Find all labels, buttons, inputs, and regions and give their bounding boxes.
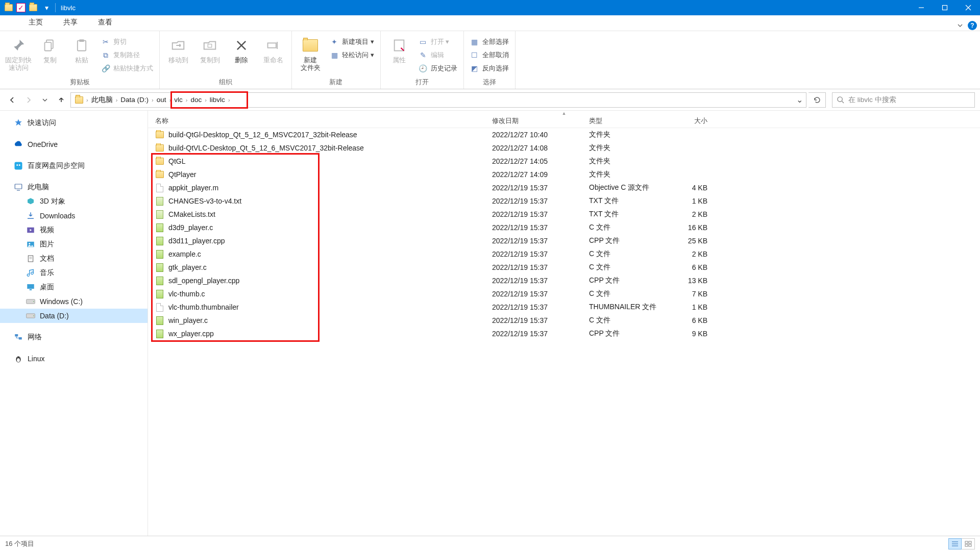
file-row[interactable]: appkit_player.m2022/12/19 15:37Objective… xyxy=(148,181,980,194)
breadcrumb[interactable]: doc xyxy=(189,93,203,107)
newfolder-button[interactable]: 新建 文件夹 xyxy=(295,33,326,72)
tree-node[interactable]: OneDrive xyxy=(0,137,148,152)
file-row[interactable]: wx_player.cpp2022/12/19 15:37CPP 文件9 KB xyxy=(148,327,980,340)
file-row[interactable]: build-QtGl-Desktop_Qt_5_12_6_MSVC2017_32… xyxy=(148,128,980,141)
ribbon: 固定到快 速访问 复制 粘贴 ✂剪切 ⧉复制路径 🔗粘贴快捷方式 剪贴板 xyxy=(0,31,980,89)
tree-node[interactable]: 桌面 xyxy=(0,280,148,294)
file-size: 2 KB xyxy=(664,210,720,218)
nav-back-button[interactable] xyxy=(5,93,19,107)
cut-button[interactable]: ✂剪切 xyxy=(98,35,156,48)
file-name: appkit_player.m xyxy=(168,184,218,192)
refresh-button[interactable] xyxy=(808,92,826,108)
file-row[interactable]: build-QtVLC-Desktop_Qt_5_12_6_MSVC2017_3… xyxy=(148,141,980,155)
tree-node[interactable]: 此电脑 xyxy=(0,180,148,194)
tree-node[interactable]: 快速访问 xyxy=(0,116,148,130)
file-row[interactable]: CMakeLists.txt2022/12/19 15:37TXT 文件2 KB xyxy=(148,208,980,221)
breadcrumb[interactable]: 此电脑 xyxy=(90,93,114,107)
minimize-button[interactable] xyxy=(910,0,933,15)
open-button[interactable]: ▭打开 ▾ xyxy=(415,35,460,48)
search-input[interactable]: 在 libvlc 中搜索 xyxy=(832,92,975,108)
tree-node[interactable]: 图片 xyxy=(0,237,148,252)
rename-button[interactable]: 重命名 xyxy=(258,33,288,64)
pasteshortcut-button[interactable]: 🔗粘贴快捷方式 xyxy=(98,62,156,75)
view-thumbnails-button[interactable] xyxy=(962,538,975,549)
copyto-icon xyxy=(201,36,219,55)
tree-node[interactable]: Downloads xyxy=(0,209,148,223)
file-row[interactable]: gtk_player.c2022/12/19 15:37C 文件6 KB xyxy=(148,261,980,274)
tree-node[interactable]: Linux xyxy=(0,352,148,366)
view-details-button[interactable] xyxy=(948,538,962,549)
tree-node[interactable]: 百度网盘同步空间 xyxy=(0,159,148,173)
tree-node[interactable]: 文档 xyxy=(0,252,148,266)
nav-forward-button[interactable] xyxy=(21,93,36,107)
group-clipboard-label: 剪贴板 xyxy=(70,77,90,89)
file-date: 2022/12/19 15:37 xyxy=(485,303,582,311)
col-size[interactable]: 大小 xyxy=(664,116,720,126)
svg-point-23 xyxy=(29,243,30,244)
breadcrumb[interactable]: out xyxy=(156,93,167,107)
file-row[interactable]: example.c2022/12/19 15:37C 文件2 KB xyxy=(148,247,980,261)
qat-checkbox-icon[interactable]: ✓ xyxy=(16,3,26,12)
svg-rect-19 xyxy=(15,184,22,189)
col-name[interactable]: 名称 xyxy=(148,116,485,126)
file-row[interactable]: sdl_opengl_player.cpp2022/12/19 15:37CPP… xyxy=(148,274,980,287)
svg-point-38 xyxy=(19,358,20,359)
tree-node[interactable]: Data (D:) xyxy=(0,309,148,323)
breadcrumb[interactable]: libvlc xyxy=(209,93,226,107)
edit-button[interactable]: ✎编辑 xyxy=(415,48,460,62)
tree-node[interactable]: 视频 xyxy=(0,223,148,237)
invertsel-button[interactable]: ◩反向选择 xyxy=(467,62,512,75)
file-date: 2022/12/27 14:09 xyxy=(485,170,582,179)
properties-button[interactable]: 属性 xyxy=(384,33,414,64)
ribbon-collapse-icon[interactable] xyxy=(957,22,964,29)
tab-view[interactable]: 查看 xyxy=(88,16,122,30)
help-icon[interactable]: ? xyxy=(968,21,977,30)
history-button[interactable]: 🕘历史记录 xyxy=(415,62,460,75)
selectnone-icon: ☐ xyxy=(470,51,479,59)
maximize-button[interactable] xyxy=(933,0,957,15)
pin-button[interactable]: 固定到快 速访问 xyxy=(3,33,34,72)
file-type: Objective C 源文件 xyxy=(582,183,664,192)
breadcrumb[interactable]: vlc xyxy=(173,93,184,107)
nav-recent-button[interactable] xyxy=(38,93,52,107)
close-button[interactable] xyxy=(957,0,980,15)
delete-button[interactable]: 删除 xyxy=(226,33,257,64)
file-row[interactable]: CHANGES-v3-to-v4.txt2022/12/19 15:37TXT … xyxy=(148,194,980,208)
addr-dropdown-icon[interactable]: ⌄ xyxy=(793,95,806,105)
qat-overflow-icon[interactable]: ▾ xyxy=(41,2,52,13)
address-bar[interactable]: › 此电脑›Data (D:)›out›vlc›doc›libvlc›⌄ xyxy=(70,92,806,108)
copypath-button[interactable]: ⧉复制路径 xyxy=(98,48,156,62)
file-row[interactable]: d3d9_player.c2022/12/19 15:37C 文件16 KB xyxy=(148,221,980,234)
moveto-button[interactable]: 移动到 xyxy=(163,33,193,64)
tree-node[interactable]: Windows (C:) xyxy=(0,294,148,309)
copyto-button[interactable]: 复制到 xyxy=(194,33,225,64)
file-row[interactable]: d3d11_player.cpp2022/12/19 15:37CPP 文件25… xyxy=(148,234,980,247)
file-name: d3d9_player.c xyxy=(168,223,213,232)
file-row[interactable]: vlc-thumb.thumbnailer2022/12/19 15:37THU… xyxy=(148,300,980,314)
tree-node-label: 快速访问 xyxy=(28,118,56,128)
breadcrumb[interactable]: Data (D:) xyxy=(119,93,150,107)
tree-node[interactable]: 3D 对象 xyxy=(0,194,148,209)
tree-node[interactable]: 网络 xyxy=(0,330,148,344)
tree-node[interactable]: 音乐 xyxy=(0,266,148,280)
file-row[interactable]: win_player.c2022/12/19 15:37C 文件6 KB xyxy=(148,314,980,327)
nav-up-button[interactable] xyxy=(54,93,68,107)
col-type[interactable]: 类型 xyxy=(582,116,664,126)
paste-button[interactable]: 粘贴 xyxy=(66,33,97,64)
col-date[interactable]: 修改日期 xyxy=(485,116,582,126)
selectall-button[interactable]: ▦全部选择 xyxy=(467,35,512,48)
file-row[interactable]: vlc-thumb.c2022/12/19 15:37C 文件7 KB xyxy=(148,287,980,300)
easyaccess-button[interactable]: ▦轻松访问 ▾ xyxy=(327,48,377,62)
file-row[interactable]: QtPlayer2022/12/27 14:09文件夹 xyxy=(148,168,980,181)
selectnone-button[interactable]: ☐全部取消 xyxy=(467,48,512,62)
tab-home[interactable]: 主页 xyxy=(18,16,53,30)
file-type: 文件夹 xyxy=(582,170,664,179)
qat-folder-icon[interactable] xyxy=(28,2,39,13)
group-open-label: 打开 xyxy=(415,77,429,89)
file-size: 6 KB xyxy=(664,316,720,324)
tab-share[interactable]: 共享 xyxy=(53,16,88,30)
copy-button[interactable]: 复制 xyxy=(35,33,65,64)
file-date: 2022/12/19 15:37 xyxy=(485,263,582,271)
newitem-button[interactable]: ✦新建项目 ▾ xyxy=(327,35,377,48)
file-row[interactable]: QtGL2022/12/27 14:05文件夹 xyxy=(148,155,980,168)
